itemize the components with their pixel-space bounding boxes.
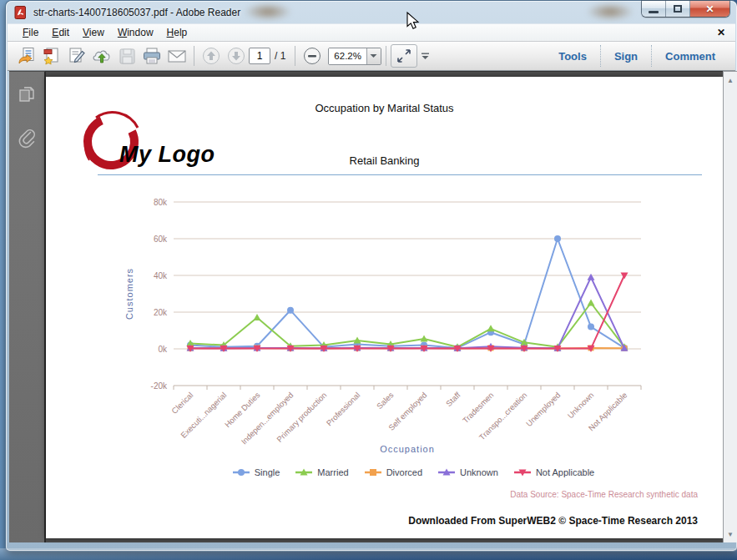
save-icon — [117, 46, 137, 66]
y-tick-label: 20k — [154, 308, 168, 317]
data-point-marker — [554, 235, 561, 242]
page-count-label: / 1 — [275, 50, 285, 62]
aero-glass-reflection — [586, 3, 634, 21]
restore-button[interactable] — [666, 1, 690, 17]
titlebar[interactable]: str-charts-1400718605037.pdf - Adobe Rea… — [6, 1, 737, 23]
data-point-marker — [287, 307, 294, 314]
window-title: str-charts-1400718605037.pdf - Adobe Rea… — [33, 7, 240, 18]
data-point-marker — [588, 274, 595, 280]
send-cloud-button[interactable] — [89, 44, 114, 68]
menu-view[interactable]: View — [76, 24, 111, 41]
header-divider — [98, 174, 702, 175]
menubar: File Edit View Window Help ✕ — [8, 23, 735, 42]
series-line-single — [190, 239, 624, 348]
cloud-upload-icon — [91, 46, 113, 66]
comment-button[interactable]: Comment — [652, 50, 729, 63]
open-icon — [17, 46, 37, 66]
legend-item-married: Married — [295, 467, 348, 477]
legend-item-single: Single — [232, 467, 280, 477]
toolbar-separator — [386, 46, 386, 66]
navigation-rail — [9, 71, 46, 542]
legend-item-unknown: Unknown — [437, 467, 498, 477]
x-axis-title: Occupation — [380, 444, 435, 454]
menu-edit[interactable]: Edit — [45, 24, 76, 41]
x-category-label: Sales — [375, 390, 396, 411]
line-chart: 80k60k40k20k0k-20kClericalExecuti...nage… — [121, 192, 705, 464]
data-point-marker — [254, 314, 261, 320]
y-tick-label: 40k — [154, 271, 168, 280]
next-page-icon — [226, 46, 246, 66]
aero-glass-reflection — [244, 3, 292, 21]
print-icon — [141, 46, 163, 66]
app-body: Occupation by Marital Status My Logo Ret… — [6, 71, 737, 551]
toolbar-right-group: Tools Sign Comment — [545, 42, 729, 70]
paperclip-icon — [17, 127, 37, 149]
minimize-icon — [649, 11, 659, 13]
restore-icon — [674, 5, 682, 13]
scroll-up-icon[interactable]: ▲ — [724, 73, 737, 87]
close-icon: ✕ — [705, 3, 714, 15]
toolbar-separator — [295, 46, 295, 66]
window-controls: ✕ — [642, 1, 729, 17]
fit-width-button[interactable] — [391, 44, 417, 68]
y-tick-label: 60k — [154, 235, 168, 244]
pdf-app-icon — [14, 6, 28, 19]
menu-help[interactable]: Help — [160, 24, 194, 41]
zoom-dropdown-button[interactable] — [366, 48, 381, 64]
zoom-level-control: 62.2% — [328, 48, 381, 65]
legend-marker-icon — [437, 467, 456, 477]
pdf-page: Occupation by Marital Status My Logo Ret… — [46, 77, 723, 538]
tools-button[interactable]: Tools — [545, 50, 600, 63]
toolbar-overflow-button[interactable] — [417, 44, 434, 68]
vertical-scrollbar[interactable]: ▲ ▼ — [723, 71, 737, 542]
data-point-marker — [487, 325, 495, 331]
legend-marker-icon — [295, 467, 313, 477]
legend-label: Married — [317, 467, 348, 477]
legend-label: Single — [255, 467, 280, 477]
print-button[interactable] — [139, 44, 164, 68]
y-axis-title: Customers — [124, 268, 134, 320]
y-tick-label: -20k — [151, 381, 168, 391]
attachments-button[interactable] — [16, 127, 38, 149]
menu-window[interactable]: Window — [111, 24, 160, 41]
data-point-marker — [588, 324, 594, 330]
close-button[interactable]: ✕ — [690, 1, 729, 17]
previous-page-icon — [201, 46, 221, 66]
previous-page-button[interactable] — [199, 44, 224, 68]
legend-marker-icon — [232, 467, 250, 477]
data-point-marker — [588, 300, 595, 306]
report-subtitle: Retail Banking — [46, 154, 723, 167]
chart-legend: SingleMarriedDivorcedUnknownNot Applicab… — [121, 467, 705, 477]
toolbar-separator — [194, 46, 194, 66]
legend-label: Unknown — [460, 467, 498, 477]
zoom-out-button[interactable] — [300, 44, 325, 68]
page-thumbnails-button[interactable] — [16, 83, 38, 105]
fill-sign-button[interactable] — [64, 44, 89, 68]
adobe-reader-window: str-charts-1400718605037.pdf - Adobe Rea… — [6, 1, 737, 551]
x-category-label: Clerical — [169, 391, 194, 416]
email-button[interactable] — [164, 44, 189, 68]
email-icon — [166, 46, 188, 66]
fit-width-icon — [396, 48, 412, 64]
legend-item-not-applicable: Not Applicable — [513, 467, 594, 477]
sign-button[interactable]: Sign — [601, 50, 651, 63]
minimize-button[interactable] — [642, 1, 666, 17]
menu-file[interactable]: File — [16, 24, 45, 41]
chevron-down-icon — [370, 53, 377, 58]
zoom-level-value[interactable]: 62.2% — [329, 48, 366, 64]
next-page-button[interactable] — [224, 44, 249, 68]
legend-label: Not Applicable — [536, 467, 594, 477]
toolbar: / 1 62.2% — [8, 42, 735, 71]
save-button[interactable] — [114, 44, 139, 68]
chart: 80k60k40k20k0k-20kClericalExecuti...nage… — [121, 192, 705, 464]
scroll-down-icon[interactable]: ▼ — [724, 527, 737, 541]
create-pdf-button[interactable] — [39, 44, 64, 68]
menubar-close-icon[interactable]: ✕ — [717, 27, 725, 38]
zoom-out-icon — [302, 46, 322, 66]
open-button[interactable] — [14, 44, 39, 68]
fill-sign-icon — [67, 46, 87, 66]
overflow-chevron-icon — [421, 53, 430, 60]
legend-marker-icon — [364, 467, 382, 477]
page-number-input[interactable] — [249, 48, 270, 64]
data-source-note: Data Source: Space-Time Research synthet… — [510, 490, 698, 499]
